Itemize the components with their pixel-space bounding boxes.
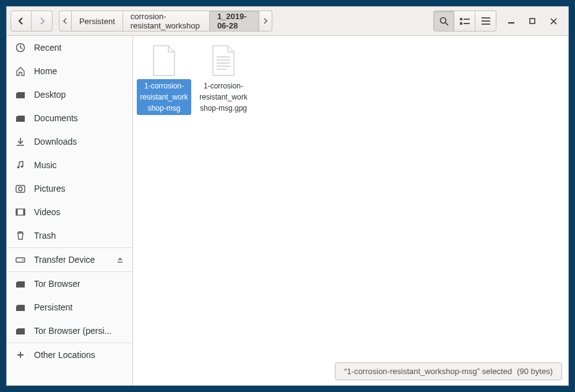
- sidebar-item-persistent[interactable]: Persistent: [7, 296, 132, 319]
- sidebar-item-tor-browser-persi-[interactable]: Tor Browser (persi...: [7, 319, 132, 343]
- svg-rect-23: [16, 283, 25, 288]
- sidebar-item-label: Documents: [34, 113, 78, 123]
- file-icon: [209, 45, 238, 77]
- file-label: 1-corrosion-resistant_workshop-msg: [137, 79, 191, 115]
- sidebar-item-downloads[interactable]: Downloads: [7, 130, 132, 153]
- sidebar-item-label: Tor Browser (persi...: [34, 326, 111, 336]
- maximize-button[interactable]: [526, 15, 538, 27]
- svg-rect-19: [16, 209, 18, 215]
- content-area: 1-corrosion-resistant_workshop-msg 1-cor…: [133, 36, 568, 385]
- sidebar-item-label: Videos: [34, 207, 61, 217]
- svg-point-15: [21, 166, 24, 168]
- sidebar-item-transfer-device[interactable]: Transfer Device: [7, 248, 132, 271]
- folder-icon: [15, 302, 25, 312]
- svg-rect-9: [508, 22, 514, 23]
- svg-rect-2: [460, 18, 462, 20]
- sidebar-item-label: Transfer Device: [34, 255, 95, 265]
- path-scroll-right[interactable]: [259, 11, 272, 32]
- svg-point-17: [19, 187, 22, 191]
- view-controls: [433, 11, 496, 32]
- hamburger-menu-button[interactable]: [475, 11, 496, 32]
- svg-rect-24: [16, 306, 25, 311]
- sidebar-item-music[interactable]: Music: [7, 153, 132, 177]
- sidebar-item-label: Downloads: [34, 137, 77, 147]
- svg-rect-12: [16, 93, 25, 98]
- status-text: “1-corrosion-resistant_workshop-msg” sel…: [344, 367, 512, 376]
- toolbar: Persistentcorrosion-resistant_workshop1_…: [7, 7, 568, 36]
- file-icon: [150, 45, 178, 77]
- svg-point-22: [22, 260, 24, 261]
- svg-rect-20: [24, 209, 25, 215]
- eject-icon[interactable]: [116, 256, 124, 263]
- svg-rect-8: [482, 23, 490, 25]
- file-label: 1-corrosion-resistant_workshop-msg.gpg: [196, 79, 251, 115]
- desktop-icon: [15, 90, 25, 100]
- view-options-button[interactable]: [454, 11, 475, 32]
- sidebar-item-label: Persistent: [34, 302, 72, 312]
- svg-rect-13: [16, 117, 25, 122]
- forward-button[interactable]: [32, 11, 53, 32]
- path-segment[interactable]: Persistent: [72, 11, 123, 32]
- home-icon: [15, 66, 25, 76]
- path-scroll-left[interactable]: [59, 11, 72, 32]
- svg-rect-10: [530, 19, 535, 23]
- svg-rect-7: [482, 20, 490, 22]
- folder-icon: [15, 326, 25, 336]
- svg-rect-6: [482, 17, 490, 19]
- music-icon: [15, 160, 25, 170]
- plus-icon: [15, 350, 25, 360]
- sidebar-item-desktop[interactable]: Desktop: [7, 83, 132, 106]
- sidebar-item-label: Desktop: [34, 90, 66, 100]
- sidebar-item-label: Other Locations: [34, 350, 95, 360]
- svg-rect-5: [464, 23, 470, 24]
- status-detail: (90 bytes): [517, 367, 553, 376]
- sidebar-item-home[interactable]: Home: [7, 59, 132, 83]
- statusbar: “1-corrosion-resistant_workshop-msg” sel…: [335, 362, 562, 380]
- file-item[interactable]: 1-corrosion-resistant_workshop-msg.gpg: [196, 42, 251, 115]
- sidebar-item-other-locations[interactable]: Other Locations: [7, 343, 132, 367]
- drive-icon: [15, 255, 25, 265]
- folder-icon: [15, 279, 25, 289]
- sidebar-item-recent[interactable]: Recent: [7, 36, 132, 59]
- sidebar-item-label: Pictures: [34, 184, 66, 194]
- svg-rect-25: [16, 330, 25, 334]
- back-button[interactable]: [11, 11, 32, 32]
- pictures-icon: [15, 184, 25, 194]
- file-item[interactable]: 1-corrosion-resistant_workshop-msg: [137, 42, 191, 115]
- svg-line-1: [445, 22, 448, 25]
- svg-point-14: [17, 166, 20, 169]
- sidebar: RecentHomeDesktopDocumentsDownloadsMusic…: [7, 36, 133, 385]
- sidebar-item-label: Music: [34, 160, 57, 170]
- pathbar: Persistentcorrosion-resistant_workshop1_…: [59, 11, 272, 32]
- sidebar-item-pictures[interactable]: Pictures: [7, 177, 132, 200]
- svg-point-0: [440, 17, 446, 23]
- body: RecentHomeDesktopDocumentsDownloadsMusic…: [7, 36, 568, 385]
- svg-rect-3: [464, 19, 470, 20]
- sidebar-item-videos[interactable]: Videos: [7, 200, 132, 224]
- videos-icon: [15, 207, 25, 217]
- sidebar-item-label: Recent: [34, 43, 61, 53]
- sidebar-item-tor-browser[interactable]: Tor Browser: [7, 272, 132, 296]
- window-controls: [500, 15, 564, 27]
- trash-icon: [15, 231, 25, 241]
- path-segment[interactable]: 1_2019-06-28: [210, 11, 259, 32]
- search-button[interactable]: [433, 11, 454, 32]
- sidebar-item-label: Tor Browser: [34, 279, 80, 289]
- folder-icon: [15, 113, 25, 123]
- file-manager-window: Persistentcorrosion-resistant_workshop1_…: [6, 6, 569, 386]
- svg-rect-16: [16, 185, 25, 192]
- recent-icon: [15, 43, 25, 53]
- close-button[interactable]: [547, 15, 560, 27]
- sidebar-item-trash[interactable]: Trash: [7, 224, 132, 247]
- nav-buttons: [11, 11, 53, 32]
- sidebar-item-label: Trash: [34, 231, 56, 241]
- minimize-button[interactable]: [505, 15, 517, 27]
- sidebar-item-label: Home: [34, 66, 57, 76]
- sidebar-item-documents[interactable]: Documents: [7, 106, 132, 130]
- icon-view[interactable]: 1-corrosion-resistant_workshop-msg 1-cor…: [133, 36, 568, 385]
- downloads-icon: [15, 137, 25, 147]
- path-segment[interactable]: corrosion-resistant_workshop: [123, 11, 210, 32]
- svg-rect-4: [460, 22, 462, 25]
